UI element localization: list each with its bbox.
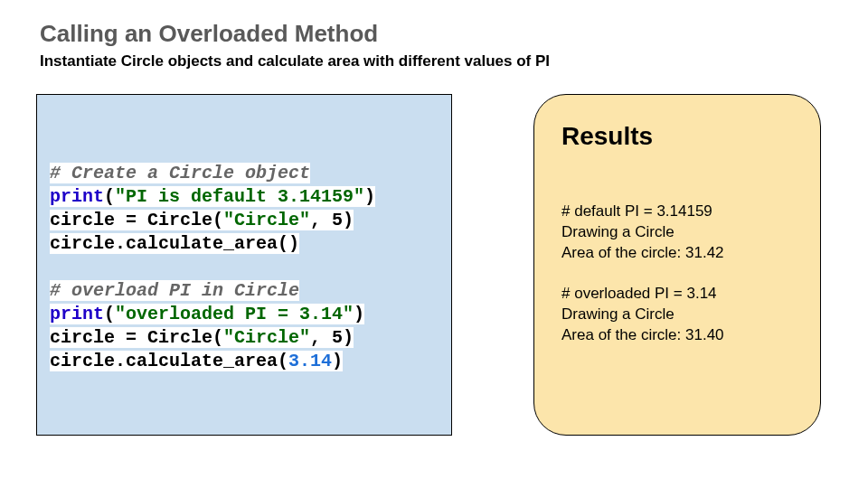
code-token: circle = Circle( [50, 327, 223, 348]
code-token: circle = Circle( [50, 210, 223, 230]
page-title: Calling an Overloaded Method [40, 20, 378, 48]
code-token: print [50, 304, 104, 324]
code-token: circle.calculate_area() [50, 233, 299, 254]
results-line: Drawing a Circle [561, 222, 793, 243]
code-token: circle.calculate_area( [50, 351, 288, 371]
code-token: ) [332, 351, 343, 371]
code-line: circle = Circle("Circle", 5) [50, 326, 439, 350]
code-listing: # Create a Circle objectprint("PI is def… [50, 162, 439, 373]
code-line: print("overloaded PI = 3.14") [50, 303, 439, 326]
code-token: ( [104, 304, 115, 324]
code-token: ( [104, 186, 115, 207]
results-line: Drawing a Circle [561, 305, 793, 325]
code-line: # overload PI in Circle [50, 279, 439, 303]
code-token: "PI is default 3.14159" [115, 186, 364, 207]
code-token: "overloaded PI = 3.14" [115, 304, 354, 324]
results-line: Area of the circle: 31.40 [561, 325, 793, 346]
code-token: ) [354, 304, 364, 324]
page-subtitle: Instantiate Circle objects and calculate… [40, 52, 550, 70]
code-token: print [50, 186, 104, 207]
results-blank-line [561, 264, 793, 284]
code-token: "Circle" [223, 327, 310, 348]
results-line: # overloaded PI = 3.14 [561, 284, 793, 305]
code-panel: # Create a Circle objectprint("PI is def… [36, 94, 452, 436]
code-line: circle = Circle("Circle", 5) [50, 209, 439, 232]
results-line: Area of the circle: 31.42 [561, 243, 793, 264]
code-line: print("PI is default 3.14159") [50, 185, 439, 209]
code-token: # Create a Circle object [50, 163, 310, 183]
code-line: circle.calculate_area(3.14) [50, 350, 439, 373]
results-panel: Results # default PI = 3.14159Drawing a … [533, 94, 821, 436]
code-token: ) [364, 186, 375, 207]
code-token: # overload PI in Circle [50, 280, 299, 301]
results-title: Results [561, 122, 793, 151]
code-line: circle.calculate_area() [50, 232, 439, 256]
code-token: , 5) [310, 327, 354, 348]
results-listing: # default PI = 3.14159Drawing a CircleAr… [561, 202, 793, 346]
results-line: # default PI = 3.14159 [561, 202, 793, 222]
code-line: # Create a Circle object [50, 162, 439, 185]
code-token: "Circle" [223, 210, 310, 230]
code-blank-line [50, 256, 439, 279]
code-token: , 5) [310, 210, 354, 230]
code-token: 3.14 [288, 351, 332, 371]
